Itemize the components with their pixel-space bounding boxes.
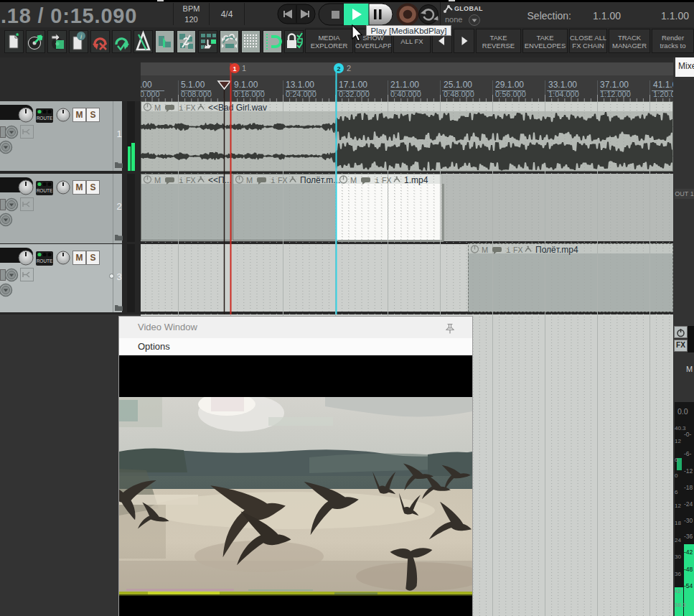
svg-text:*: * xyxy=(16,32,19,40)
svg-text:Полёт.mp4: Полёт.mp4 xyxy=(535,245,578,255)
svg-text:i: i xyxy=(179,177,184,185)
svg-text:<<Bad Girl.wav: <<Bad Girl.wav xyxy=(208,103,267,113)
svg-text:1:04.000: 1:04.000 xyxy=(548,90,579,98)
svg-text:FX: FX xyxy=(278,176,287,185)
svg-text:25.1.00: 25.1.00 xyxy=(444,80,472,90)
svg-text:ROUTE: ROUTE xyxy=(37,188,53,193)
svg-text:<<П...: <<П... xyxy=(208,175,232,185)
svg-text:0:40.000: 0:40.000 xyxy=(390,90,421,98)
svg-text:M: M xyxy=(350,176,357,185)
svg-text:17.1.00: 17.1.00 xyxy=(339,80,367,90)
svg-text:i: i xyxy=(271,177,276,185)
svg-text:1.mp4: 1.mp4 xyxy=(404,175,428,185)
svg-text:M: M xyxy=(154,103,161,112)
svg-text:0:24.000: 0:24.000 xyxy=(286,90,316,98)
svg-text:33.1.00: 33.1.00 xyxy=(548,80,577,90)
svg-text:0:16.000: 0:16.000 xyxy=(234,90,265,98)
svg-text:0:32.000: 0:32.000 xyxy=(339,90,370,98)
svg-text:.00: .00 xyxy=(141,80,152,90)
svg-text:M: M xyxy=(246,176,253,185)
svg-text:0:08.000: 0:08.000 xyxy=(181,90,212,98)
svg-text:1: 1 xyxy=(242,64,246,73)
svg-text:13.1.00: 13.1.00 xyxy=(286,80,314,90)
svg-text:29.1.00: 29.1.00 xyxy=(495,80,524,90)
svg-text:i: i xyxy=(506,246,511,255)
svg-text:FX: FX xyxy=(382,176,391,185)
svg-text:0.000: 0.000 xyxy=(141,90,160,98)
svg-text:21.1.00: 21.1.00 xyxy=(390,80,419,90)
svg-text:FX: FX xyxy=(513,246,522,254)
svg-text:2: 2 xyxy=(337,65,340,73)
svg-text:M: M xyxy=(482,246,488,254)
svg-text:ROUTE: ROUTE xyxy=(37,258,53,263)
svg-text:i: i xyxy=(179,104,184,113)
svg-text:0:48.000: 0:48.000 xyxy=(444,90,474,98)
svg-text:i: i xyxy=(375,177,380,185)
svg-text:5.1.00: 5.1.00 xyxy=(181,80,205,90)
svg-text:Полёт.m...: Полёт.m... xyxy=(300,175,340,185)
svg-text:1: 1 xyxy=(233,65,236,73)
svg-text:2: 2 xyxy=(347,64,351,73)
svg-text:37.1.00: 37.1.00 xyxy=(600,80,629,90)
svg-text:FX: FX xyxy=(186,176,195,185)
svg-text:0:56.000: 0:56.000 xyxy=(495,90,526,98)
svg-text:1:12.000: 1:12.000 xyxy=(600,90,631,98)
svg-text:ROUTE: ROUTE xyxy=(37,116,53,121)
svg-text:9.1.00: 9.1.00 xyxy=(234,80,258,90)
svg-text:M: M xyxy=(154,176,161,185)
svg-text:FX: FX xyxy=(186,103,195,112)
